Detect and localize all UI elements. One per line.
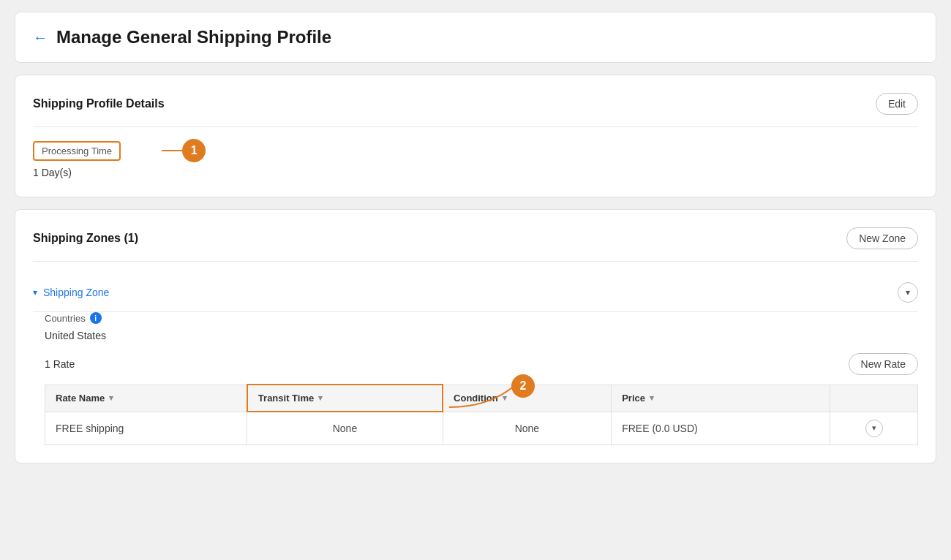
country-value: United States — [45, 330, 918, 341]
col-header-rate-name: Rate Name ▾ — [45, 385, 247, 412]
col-transit-time-chevron: ▾ — [318, 393, 323, 403]
zone-label: Shipping Zone — [43, 287, 109, 298]
processing-time-value: 1 Day(s) — [33, 167, 162, 178]
zone-options-button[interactable]: ▾ — [898, 282, 918, 303]
col-condition-chevron: ▾ — [503, 393, 507, 403]
col-transit-time-label: Transit Time — [258, 393, 314, 404]
col-condition-label: Condition — [454, 393, 498, 404]
row-action-button[interactable]: ▾ — [865, 420, 883, 437]
table-head: Rate Name ▾ Transit Time ▾ — [45, 385, 918, 412]
rate-count: 1 Rate — [45, 358, 75, 370]
new-zone-button[interactable]: New Zone — [846, 227, 918, 249]
countries-info-icon[interactable]: i — [90, 312, 102, 324]
col-header-actions — [830, 385, 918, 412]
zone-toggle[interactable]: ▾ Shipping Zone ▾ — [33, 273, 918, 311]
zones-header: Shipping Zones (1) New Zone — [33, 227, 918, 262]
countries-row: Countries i — [45, 312, 918, 324]
shipping-zones-card: Shipping Zones (1) New Zone ▾ Shipping Z… — [15, 209, 936, 463]
rates-table-wrapper: Rate Name ▾ Transit Time ▾ — [45, 384, 918, 445]
edit-button[interactable]: Edit — [876, 93, 918, 115]
cell-actions: ▾ — [830, 412, 918, 444]
cell-rate-name: FREE shipping — [45, 412, 247, 444]
processing-time-label: Processing Time — [33, 141, 121, 161]
cell-transit-time: None — [247, 412, 443, 444]
col-price-label: Price — [622, 393, 645, 404]
page-title: Manage General Shipping Profile — [56, 27, 331, 48]
new-rate-button[interactable]: New Rate — [849, 353, 918, 375]
col-rate-name-label: Rate Name — [56, 393, 105, 404]
col-header-price: Price ▾ — [612, 385, 830, 412]
zone-section: ▾ Shipping Zone ▾ Countries i United Sta… — [33, 273, 918, 445]
zones-title: Shipping Zones (1) — [33, 232, 138, 245]
table-row: FREE shipping None None FREE (0.0 USD) ▾ — [45, 412, 918, 444]
profile-details-header: Shipping Profile Details Edit — [33, 93, 918, 127]
zone-body: Countries i United States 1 Rate New Rat… — [33, 312, 918, 445]
col-header-condition: Condition ▾ — [443, 385, 612, 412]
cell-condition: None — [443, 412, 612, 444]
processing-time-field: Processing Time 1 1 Day(s) — [33, 139, 162, 178]
rates-table: Rate Name ▾ Transit Time ▾ — [45, 384, 918, 445]
profile-details-title: Shipping Profile Details — [33, 97, 165, 110]
col-header-transit-time: Transit Time ▾ 2 — [247, 385, 443, 412]
countries-label: Countries — [45, 313, 86, 324]
table-body: FREE shipping None None FREE (0.0 USD) ▾ — [45, 412, 918, 444]
rate-row: 1 Rate New Rate — [45, 353, 918, 375]
cell-price: FREE (0.0 USD) — [612, 412, 830, 444]
col-rate-name-chevron: ▾ — [109, 393, 113, 403]
zone-chevron-icon: ▾ — [33, 287, 37, 298]
page-header: ← Manage General Shipping Profile — [15, 12, 936, 63]
page-wrapper: ← Manage General Shipping Profile Shippi… — [15, 12, 936, 463]
back-button[interactable]: ← — [33, 29, 48, 46]
shipping-profile-details-card: Shipping Profile Details Edit Processing… — [15, 75, 936, 197]
col-price-chevron: ▾ — [650, 393, 654, 403]
table-header-row: Rate Name ▾ Transit Time ▾ — [45, 385, 918, 412]
annotation-bubble-1: 1 — [182, 139, 206, 162]
